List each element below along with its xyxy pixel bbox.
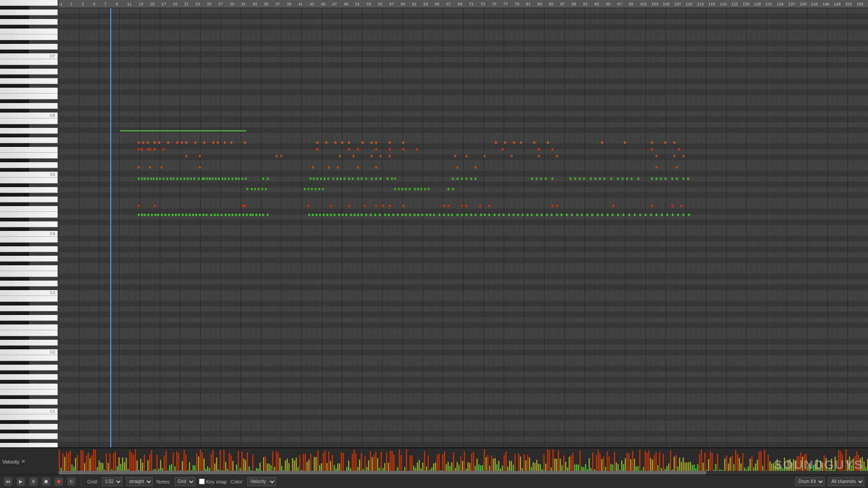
instrument-select[interactable]: Drum Kit xyxy=(795,477,825,486)
play-button[interactable]: ▶ xyxy=(16,477,25,486)
color-label: Color: xyxy=(231,479,244,484)
pause-button[interactable]: ⏸ xyxy=(29,477,38,486)
notes-label: Notes: xyxy=(156,479,171,484)
velocity-close-button[interactable]: ✕ xyxy=(21,459,25,465)
toolbar-right: Drum Kit All channels xyxy=(795,477,864,486)
stop-button[interactable]: ⏹ xyxy=(42,477,51,486)
bottom-toolbar: ⏮ ▶ ⏸ ⏹ ⏺ ↻ Grid: 1/32 1/1 1/2 1/4 1/8 1… xyxy=(0,474,868,488)
grid-label: Grid: xyxy=(87,479,98,484)
ruler: -113579111315171921232527293133353739414… xyxy=(59,0,868,8)
scrollbar-thumb[interactable] xyxy=(59,471,706,474)
channel-select[interactable]: All channels xyxy=(828,477,864,486)
piano-roll-grid[interactable] xyxy=(59,8,868,447)
horizontal-scrollbar[interactable] xyxy=(59,471,868,474)
notes-select[interactable]: Grid 1/1 1/4 1/8 1/16 1/32 xyxy=(175,477,195,486)
key-snap-checkbox-wrap[interactable]: Key snap xyxy=(199,479,227,484)
grid-size-select[interactable]: 1/32 1/1 1/2 1/4 1/8 1/16 1/64 xyxy=(102,477,123,486)
record-button[interactable]: ⏺ xyxy=(54,477,63,486)
watermark: SOUNDGUYS xyxy=(774,458,863,472)
straight-select[interactable]: straight triplet dotted xyxy=(126,477,153,486)
separator-1 xyxy=(81,477,82,486)
rewind-button[interactable]: ⏮ xyxy=(4,477,13,486)
color-select[interactable]: Velocity Channel Pitch None xyxy=(247,477,276,486)
velocity-label: Velocity ✕ xyxy=(2,459,25,465)
key-snap-checkbox[interactable] xyxy=(199,479,205,484)
velocity-panel: Velocity ✕ xyxy=(0,447,868,474)
loop-button[interactable]: ↻ xyxy=(67,477,76,486)
piano-keyboard: C7C6C5C4C3C2C1C0 xyxy=(0,0,59,447)
velocity-bars xyxy=(59,449,868,474)
